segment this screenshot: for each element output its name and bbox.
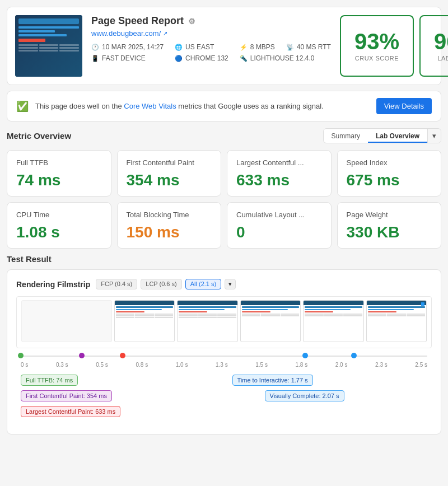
film-frame-5 [366,300,427,342]
metric-card-fcp: First Contentful Paint 354 ms [117,150,222,197]
filmstrip-title: Rendering Filmstrip [16,280,90,289]
metric-value-ttfb: 74 ms [16,172,102,188]
tick-5: 1.3 s [216,362,228,368]
metric-value-cpu: 1.08 s [16,225,102,240]
crux-score-card: 93% CRUX SCORE [340,15,414,77]
metric-value-pw: 330 KB [347,225,432,240]
top-card: Page Speed Report ⚙ www.debugbear.com/ ↗… [7,7,441,85]
test-result-title: Test Result [7,254,441,264]
metric-name-si: Speed Index [347,158,432,167]
metric-name-cpu: CPU Time [16,211,102,219]
view-details-button[interactable]: View Details [376,98,432,114]
tag-all[interactable]: All (2.1 s) [185,279,221,289]
metric-card-tbt: Total Blocking Time 150 ms [117,202,222,249]
ann-ttfb: Full TTFB: 74 ms [21,375,78,386]
empty-frame-left [21,300,112,342]
ann-tti: Time to Interactive: 1.77 s [232,375,313,386]
meta-speed: ⚡ 8 MBPS [240,43,275,51]
check-icon: ✅ [16,100,29,113]
metric-name-ttfb: Full TTFB [16,158,102,167]
dot-lcp [120,353,125,358]
metric-value-cls: 0 [236,225,322,240]
dot-vc [351,353,357,358]
meta-rtt: 📡 40 MS RTT [286,43,331,51]
film-frame-1 [114,300,175,342]
metric-card-cls: Cumulative Layout ... 0 [227,202,332,249]
tick-3: 0.8 s [136,362,148,368]
meta-grid: 🕐 10 MAR 2025, 14:27 🌐 US EAST ⚡ 8 MBPS … [91,43,331,62]
site-url[interactable]: www.debugbear.com/ ↗ [91,29,331,38]
tick-8: 2.0 s [335,362,348,368]
banner-text: This page does well on the Core Web Vita… [35,102,370,110]
metric-overview-section: Metric Overview Summary Lab Overview ▾ F… [7,127,441,249]
site-title: Page Speed Report ⚙ [91,15,331,27]
tab-dropdown-button[interactable]: ▾ [427,129,441,143]
film-frame-4 [303,300,363,342]
filmstrip-header: Rendering Filmstrip FCP (0.4 s) LCP (0.6… [16,279,432,289]
lab-score-label: LAB SCORE [437,55,448,62]
tags-dropdown-button[interactable]: ▾ [225,279,236,289]
dot-tti [302,353,308,358]
meta-region: 🌐 US EAST [175,43,228,51]
ann-vc: Visually Complete: 2.07 s [265,390,344,401]
tag-fcp[interactable]: FCP (0.4 s) [96,279,137,289]
metric-value-lcp: 633 ms [236,172,322,188]
meta-browser: 🔵 CHROME 132 [175,54,228,62]
metric-name-tbt: Total Blocking Time [127,211,212,219]
site-preview [15,15,82,77]
tab-summary[interactable]: Summary [324,129,368,143]
tick-10: 2.5 s [415,362,427,368]
tag-lcp[interactable]: LCP (0.6 s) [141,279,181,289]
crux-score-value: 93% [354,30,399,53]
metric-card-lcp: Largest Contentful ... 633 ms [227,150,332,197]
metric-card-cpu: CPU Time 1.08 s [7,202,111,249]
tick-0: 0 s [21,362,28,368]
tick-9: 2.3 s [375,362,388,368]
dot-fcp [79,353,85,358]
dot-ttfb [18,353,24,358]
metric-card-ttfb: Full TTFB 74 ms [7,150,111,197]
ann-fcp: First Contentful Paint: 354 ms [21,390,112,401]
filmstrip-tags: FCP (0.4 s) LCP (0.6 s) All (2.1 s) ▾ [96,279,236,289]
globe-icon: 🌐 [175,44,183,51]
metric-value-fcp: 354 ms [127,172,212,188]
tick-labels: 0 s 0.3 s 0.5 s 0.8 s 1.0 s 1.3 s 1.5 s … [21,361,427,372]
metric-name-pw: Page Weight [347,211,432,219]
cwv-link[interactable]: Core Web Vitals [124,102,178,110]
lighthouse-icon: 🔦 [240,55,248,62]
metric-value-si: 675 ms [347,172,432,188]
gear-icon[interactable]: ⚙ [188,17,195,26]
crux-score-label: CRUX SCORE [355,55,399,62]
rtt-icon: 📡 [286,44,294,51]
speed-icon: ⚡ [240,44,248,51]
annotations-area: Full TTFB: 74 ms First Contentful Paint:… [21,375,427,425]
metric-name-fcp: First Contentful Paint [127,158,212,167]
filmstrip-container: Rendering Filmstrip FCP (0.4 s) LCP (0.6… [7,269,441,434]
test-result-section: Test Result Rendering Filmstrip FCP (0.4… [7,254,441,434]
meta-lighthouse: 🔦 LIGHTHOUSE 12.4.0 [240,54,331,62]
lab-score-value: 96% [434,30,448,53]
tick-7: 1.8 s [296,362,308,368]
browser-icon: 🔵 [175,55,183,62]
film-frame-2 [177,300,237,342]
timeline-line-row [21,352,427,361]
metric-name-cls: Cumulative Layout ... [236,211,322,219]
metric-name-lcp: Largest Contentful ... [236,158,322,167]
metric-card-si: Speed Index 675 ms [337,150,442,197]
filmstrip-frames-area [16,296,432,348]
score-cards: 93% CRUX SCORE 96% LAB SCORE [340,15,448,77]
tick-2: 0.5 s [96,362,108,368]
timeline-section: 0 s 0.3 s 0.5 s 0.8 s 1.0 s 1.3 s 1.5 s … [16,348,432,425]
clock-icon: 🕐 [91,44,99,51]
tab-lab-overview[interactable]: Lab Overview [368,129,427,143]
meta-device: 📱 FAST DEVICE [91,54,164,62]
tick-1: 0.3 s [56,362,68,368]
metric-overview-title: Metric Overview [7,131,71,141]
ann-lcp: Largest Contentful Paint: 633 ms [21,406,120,417]
lab-score-card: 96% LAB SCORE [419,15,448,77]
external-link-icon: ↗ [163,30,167,36]
site-info: Page Speed Report ⚙ www.debugbear.com/ ↗… [91,15,331,77]
device-icon: 📱 [91,55,99,62]
cwv-banner: ✅ This page does well on the Core Web Vi… [7,91,441,121]
metric-value-tbt: 150 ms [127,225,212,240]
